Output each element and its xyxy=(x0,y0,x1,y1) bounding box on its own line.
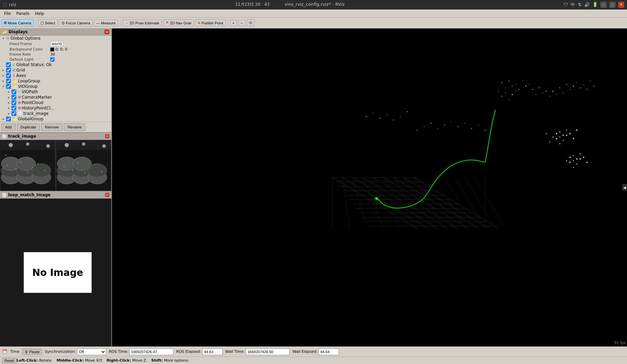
battery-icon: 🔋 xyxy=(592,2,598,7)
duplicate-button[interactable]: Duplicate xyxy=(17,123,40,131)
cameramarker-checkbox[interactable] xyxy=(12,95,16,100)
ros-time-input[interactable] xyxy=(129,348,173,355)
bg-color-swatch[interactable] xyxy=(50,47,54,52)
svg-line-153 xyxy=(434,178,465,228)
ros-elapsed-field: ROS Elapsed: xyxy=(176,348,223,355)
loopgroup-item[interactable]: ▸ 📁 LoopGroup xyxy=(0,78,111,84)
move-camera-button[interactable]: ⊞ Move Camera xyxy=(1,19,34,26)
rename-button[interactable]: Rename xyxy=(64,123,86,131)
loopgroup-checkbox[interactable] xyxy=(6,79,11,83)
historypointcl-item[interactable]: ▸ ❋ HistoryPointCl... xyxy=(0,105,111,111)
floor-grid xyxy=(332,178,506,228)
loop-image-close-button[interactable]: ✕ xyxy=(105,193,109,197)
default-light-checkbox[interactable] xyxy=(50,57,55,62)
trackimage-checkbox[interactable] xyxy=(12,111,16,116)
titlebar-left: ⬡ rviz xyxy=(3,2,16,7)
svg-point-105 xyxy=(437,128,438,129)
viopath-checkbox[interactable] xyxy=(12,89,16,94)
axes-item[interactable]: ▸ ↕ Axes xyxy=(0,73,111,78)
global-status-item[interactable]: ▸ ✓ Global Status: Ok xyxy=(0,62,111,67)
globalgroup-checkbox[interactable] xyxy=(6,117,11,121)
frame-rate-value[interactable]: 30 xyxy=(50,52,55,57)
scroll-indicator[interactable]: ◀ xyxy=(622,184,627,191)
svg-point-63 xyxy=(556,94,557,95)
pause-button[interactable]: ⏸ Pause xyxy=(22,349,42,355)
displays-close-button[interactable]: ✕ xyxy=(104,29,109,34)
measure-button[interactable]: — Measure xyxy=(94,20,118,26)
pointcloud-checkbox[interactable] xyxy=(12,100,16,105)
titlebar: ⬡ rviz 11月23日 20：43 vins_rviz_config.rvi… xyxy=(0,0,627,9)
close-button[interactable]: ✕ xyxy=(618,2,624,8)
select-button[interactable]: ▢ Select xyxy=(38,19,58,26)
viogroup-checkbox[interactable] xyxy=(6,84,11,89)
cameramarker-arrow: ▸ xyxy=(7,96,11,99)
lang-icon: 中 xyxy=(571,2,575,8)
bg-color-value[interactable]: 0; 0; 0 xyxy=(55,47,67,52)
app-icon: ⬡ xyxy=(3,2,7,7)
globalgroup-item[interactable]: ▸ 📁 GlobalGroup xyxy=(0,116,111,122)
hint-shift: Shift: More options. xyxy=(151,358,189,363)
global-status-icon: ✓ xyxy=(12,62,16,67)
nav-icon: ⚑ xyxy=(166,21,169,25)
remove-button[interactable]: Remove xyxy=(41,123,62,131)
focus-camera-button[interactable]: ◎ Focus Camera xyxy=(59,19,93,26)
no-image-text: No Image xyxy=(32,267,83,278)
pose-estimate-button[interactable]: → 2D Pose Estimate xyxy=(122,20,162,26)
grid-item[interactable]: ▸ ⊞ Grid xyxy=(0,67,111,73)
svg-point-33 xyxy=(84,173,85,174)
svg-point-45 xyxy=(515,84,516,85)
move-camera-icon: ⊞ xyxy=(4,21,7,25)
svg-line-123 xyxy=(353,178,438,228)
svg-line-145 xyxy=(353,178,366,228)
track-image-left xyxy=(0,140,56,191)
viogroup-item[interactable]: ▾ 📁 VIOGroup xyxy=(0,84,111,89)
svg-point-64 xyxy=(559,87,560,88)
pointcloud-item[interactable]: ▸ ❋ PointCloud xyxy=(0,100,111,105)
svg-point-85 xyxy=(553,137,554,138)
track-image-close-button[interactable]: ✕ xyxy=(105,134,109,138)
minimize-button[interactable]: ─ xyxy=(601,2,607,8)
ros-elapsed-input[interactable] xyxy=(202,348,223,355)
svg-point-86 xyxy=(573,138,574,139)
toolbar-separator-2 xyxy=(120,19,120,27)
3d-viewport[interactable]: 31 fps ◀ xyxy=(112,28,627,346)
svg-point-92 xyxy=(576,158,577,160)
global-options-item[interactable]: ▾ ⚙ Global Options xyxy=(0,36,111,41)
cameramarker-item[interactable]: ▸ ❋ CameraMarker xyxy=(0,95,111,100)
menu-file[interactable]: File xyxy=(1,11,14,17)
svg-line-152 xyxy=(424,178,455,228)
grid-checkbox[interactable] xyxy=(6,68,11,73)
menu-panels[interactable]: Panels xyxy=(14,11,32,17)
svg-line-125 xyxy=(373,178,458,228)
trackimage-item[interactable]: ▸ ⬜ track_image xyxy=(0,111,111,116)
svg-point-55 xyxy=(515,91,516,92)
sync-select[interactable]: Off Exact Approximate xyxy=(77,348,106,355)
wall-elapsed-input[interactable] xyxy=(319,348,339,355)
svg-point-91 xyxy=(573,155,574,156)
svg-point-84 xyxy=(569,133,571,134)
svg-point-77 xyxy=(563,135,564,136)
svg-point-15 xyxy=(44,170,45,171)
add-display-icon-button[interactable]: + xyxy=(230,20,237,26)
nav-goal-button[interactable]: ⚑ 2D Nav Goal xyxy=(163,19,194,26)
axes-arrow: ▸ xyxy=(1,74,5,77)
axes-checkbox[interactable] xyxy=(6,73,11,78)
svg-point-112 xyxy=(485,130,486,131)
svg-point-39 xyxy=(82,142,85,146)
remove-display-icon-button[interactable]: − xyxy=(238,20,245,26)
reset-button[interactable]: Reset xyxy=(2,358,17,363)
global-status-checkbox[interactable] xyxy=(6,62,11,67)
viopath-item[interactable]: ▸ ✏ VIOPath xyxy=(0,89,111,95)
scene-svg xyxy=(112,28,627,346)
svg-point-90 xyxy=(569,157,571,158)
options-button[interactable]: ⊙ xyxy=(247,19,254,26)
fixed-frame-value[interactable]: world xyxy=(50,41,63,46)
svg-point-116 xyxy=(380,118,381,119)
svg-point-107 xyxy=(451,121,452,122)
maximize-button[interactable]: □ xyxy=(609,2,615,8)
publish-point-button[interactable]: ⊕ Publish Point xyxy=(195,19,226,26)
historypointcl-checkbox[interactable] xyxy=(12,106,16,110)
add-button[interactable]: Add xyxy=(1,123,16,131)
wall-time-input[interactable] xyxy=(246,348,290,355)
menu-help[interactable]: Help xyxy=(32,11,47,17)
